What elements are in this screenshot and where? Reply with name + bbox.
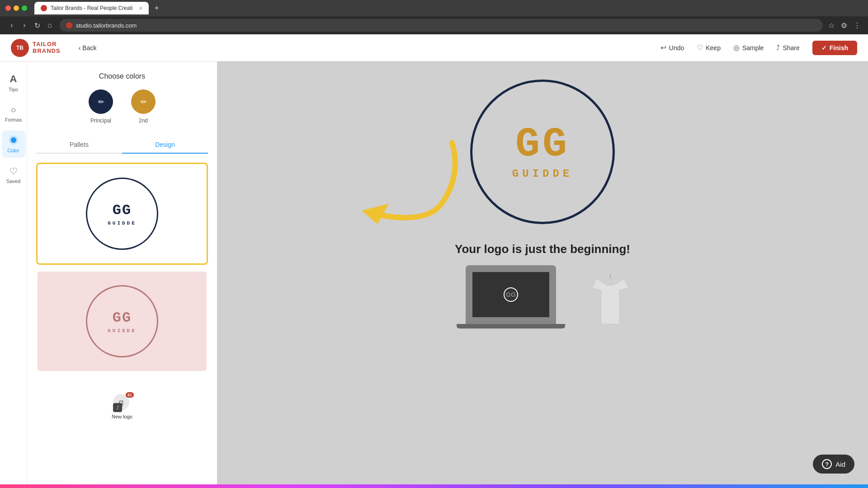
tab-close-icon[interactable]: ✕ [139, 6, 142, 11]
undo-button[interactable]: ↩ Undo [660, 43, 684, 52]
second-color-option: ✏ 2nd [131, 89, 156, 124]
sidebar-item-tipo[interactable]: A Tipo [2, 69, 25, 97]
url-text: studio.tailorbrands.com [76, 22, 137, 29]
bookmark-icon[interactable]: ☆ [828, 21, 835, 30]
logo-letters-2: GG [113, 310, 132, 326]
color-options: ✏ Principal ✏ 2nd [36, 89, 208, 124]
maximize-window-btn[interactable] [22, 5, 27, 11]
tab-title: Tailor Brands - Real People Creati [51, 5, 132, 11]
mockups-row: GG [457, 265, 628, 328]
finish-check-icon: ✓ [821, 44, 827, 52]
logo-brand-name-2: GUIDDE [108, 328, 137, 333]
keep-label: Keep [706, 44, 721, 52]
logo-area: TB TAILOR BRANDS [11, 39, 61, 57]
logo-tailor: TAILOR [33, 41, 61, 47]
back-chevron-icon: ‹ [79, 44, 81, 52]
tab-favicon [41, 5, 47, 11]
address-bar: ‹ › ↻ ⌂ studio.tailorbrands.com ☆ ⚙ ⋮ [0, 16, 868, 34]
finish-label: Finish [830, 44, 848, 52]
main-content: GG GUIDDE Your logo is just the beginnin… [217, 61, 868, 484]
svg-text:TB: TB [16, 45, 24, 51]
principal-color-picker[interactable]: ✏ [89, 89, 113, 114]
logo-icon: TB [11, 39, 29, 57]
url-favicon-icon [66, 22, 72, 28]
browser-chrome: Tailor Brands - Real People Creati ✕ + [0, 0, 868, 16]
saved-icon: ♡ [9, 166, 18, 177]
panel-tabs: Pallets Design [36, 136, 208, 154]
laptop-mockup: GG [457, 265, 565, 328]
new-logo-icon-wrap: g 51 ⤴ [113, 394, 131, 412]
svg-marker-7 [362, 204, 389, 224]
formas-icon: ○ [10, 105, 16, 115]
color-icon [9, 135, 19, 146]
logo-text: TAILOR BRANDS [33, 41, 61, 54]
logo-card-2[interactable]: GG GUIDDE [36, 270, 208, 372]
aid-label: Aid [835, 460, 845, 468]
share-small-icon: ⤴ [113, 403, 122, 412]
share-icon: ⤴ [776, 44, 780, 52]
color-label: Color [7, 148, 19, 153]
keep-button[interactable]: ♡ Keep [697, 43, 721, 52]
sample-icon: ◎ [733, 43, 740, 52]
share-button[interactable]: ⤴ Share [776, 44, 799, 52]
new-logo-button[interactable]: g 51 ⤴ New logo [36, 390, 208, 423]
aid-button[interactable]: ? Aid [813, 455, 854, 474]
arrow-annotation [353, 138, 466, 238]
tipo-label: Tipo [9, 87, 18, 92]
second-label: 2nd [139, 117, 148, 124]
tagline-text: Your logo is just the beginning! [455, 242, 630, 256]
pencil-icon-gold: ✏ [141, 98, 146, 106]
logo-card-2-inner: GG GUIDDE [38, 272, 207, 371]
forward-nav-button[interactable]: › [20, 21, 29, 29]
close-window-btn[interactable] [5, 5, 11, 11]
back-nav-button[interactable]: ‹ [7, 21, 16, 29]
logo-card-1-inner: GG GUIDDE [38, 164, 207, 263]
choose-colors-title: Choose colors [36, 72, 208, 80]
minimize-window-btn[interactable] [14, 5, 19, 11]
logo-brands: BRANDS [33, 48, 61, 54]
large-logo-brand: GUIDDE [512, 168, 573, 180]
app-header: TB TAILOR BRANDS ‹ Back ↩ Undo ♡ Keep ◎ … [0, 34, 868, 61]
sample-button[interactable]: ◎ Sample [733, 43, 764, 52]
home-button[interactable]: ⌂ [45, 21, 54, 29]
logo-cards-list: GG GUIDDE GG GUIDDE [36, 163, 208, 372]
address-bar-actions: ☆ ⚙ ⋮ [828, 21, 861, 30]
more-options-icon[interactable]: ⋮ [854, 21, 861, 30]
large-logo-letters: GG [515, 124, 570, 165]
window-controls [5, 5, 27, 11]
design-tab[interactable]: Design [122, 136, 208, 154]
laptop-base [457, 324, 565, 328]
finish-button[interactable]: ✓ Finish [812, 41, 857, 55]
sidebar-item-color[interactable]: Color [2, 131, 25, 158]
second-color-picker[interactable]: ✏ [131, 89, 156, 114]
undo-label: Undo [669, 44, 684, 52]
sidebar-item-formas[interactable]: ○ Formas [2, 100, 25, 127]
saved-label: Saved [6, 178, 20, 184]
sample-label: Sample [742, 44, 764, 52]
sidebar-item-saved[interactable]: ♡ Saved [2, 161, 25, 188]
reload-button[interactable]: ↻ [33, 21, 42, 30]
settings-icon[interactable]: ⚙ [841, 21, 847, 30]
browser-tab[interactable]: Tailor Brands - Real People Creati ✕ [34, 2, 149, 14]
shirt-mockup [592, 274, 628, 328]
new-logo-badge: 51 [126, 392, 134, 398]
aid-question-icon: ? [822, 459, 832, 469]
header-actions: ↩ Undo ♡ Keep ◎ Sample ⤴ Share ✓ Finish [660, 41, 857, 55]
nav-buttons: ‹ › ↻ ⌂ [7, 21, 54, 30]
pallets-tab[interactable]: Pallets [36, 136, 122, 154]
share-label: Share [783, 44, 799, 52]
logo-card-1[interactable]: GG GUIDDE [36, 163, 208, 265]
bottom-gradient-bar [0, 484, 868, 488]
heart-icon: ♡ [697, 43, 703, 52]
undo-icon: ↩ [660, 43, 666, 52]
svg-text:GG: GG [506, 291, 516, 298]
large-logo-circle: GG GUIDDE [470, 80, 615, 224]
url-bar[interactable]: studio.tailorbrands.com [60, 19, 823, 32]
new-tab-button[interactable]: + [154, 4, 159, 13]
back-button[interactable]: ‹ Back [79, 44, 97, 52]
back-label: Back [82, 44, 96, 52]
formas-label: Formas [5, 117, 22, 122]
svg-point-3 [11, 137, 16, 143]
sidebar: A Tipo ○ Formas Color ♡ Saved [0, 61, 27, 484]
principal-label: Principal [90, 117, 111, 124]
